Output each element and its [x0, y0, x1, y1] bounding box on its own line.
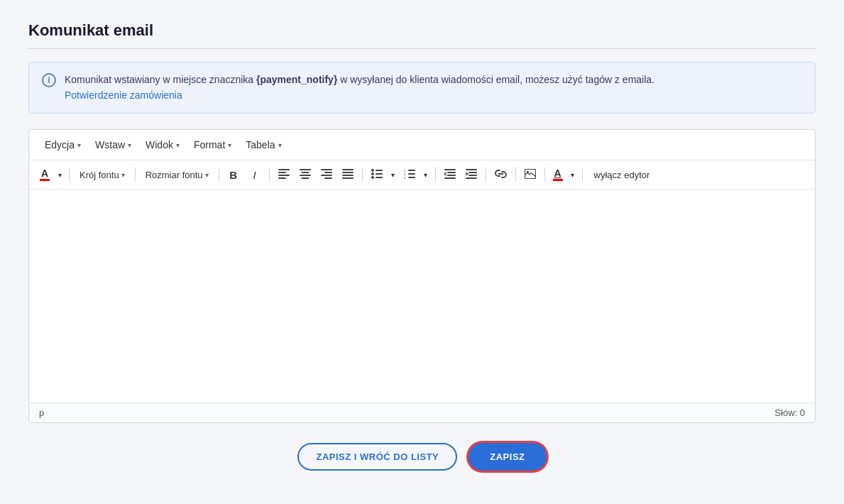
indent-button[interactable] [461, 165, 481, 185]
font-family-dropdown[interactable]: Krój fontu ▾ [74, 165, 131, 185]
ordered-list-button[interactable]: 1. 2. 3. [400, 165, 420, 185]
chevron-down-icon: ▾ [205, 171, 209, 179]
footer-buttons: ZAPISZ I WRÓĆ DO LISTY ZAPISZ [28, 443, 816, 485]
chevron-down-icon: ▾ [77, 141, 81, 149]
editor-body[interactable] [29, 190, 815, 402]
svg-rect-5 [301, 172, 309, 173]
disable-editor-button[interactable]: wyłącz edytor [587, 165, 657, 185]
separator-10 [582, 168, 583, 182]
svg-rect-21 [376, 177, 383, 178]
align-center-icon [300, 169, 311, 181]
justify-button[interactable] [338, 165, 358, 185]
link-button[interactable] [490, 165, 511, 185]
page-wrapper: Komunikat email i Komunikat wstawiany w … [0, 0, 844, 504]
font-color-dropdown[interactable]: ▾ [55, 165, 65, 185]
separator-2 [135, 168, 136, 182]
svg-rect-30 [447, 175, 456, 176]
menu-edycja[interactable]: Edycja ▾ [38, 136, 88, 154]
italic-button[interactable]: I [245, 165, 265, 185]
separator-8 [515, 168, 516, 182]
svg-rect-0 [278, 169, 290, 170]
svg-rect-31 [444, 177, 456, 179]
separator-6 [435, 168, 436, 182]
align-right-button[interactable] [317, 165, 336, 185]
menu-tabela[interactable]: Tabela ▾ [239, 136, 288, 154]
save-button[interactable]: ZAPISZ [468, 443, 546, 471]
toolbar-bar: A ▾ Krój fontu ▾ Rozmiar fontu ▾ B I [29, 160, 815, 190]
unordered-list-icon [371, 169, 383, 181]
image-icon [525, 169, 536, 181]
save-back-button[interactable]: ZAPISZ I WRÓĆ DO LISTY [297, 443, 457, 471]
ordered-list-dropdown[interactable]: ▾ [421, 165, 431, 185]
info-bold: {payment_notify} [256, 74, 337, 85]
info-text: Komunikat wstawiany w miejsce znacznika … [65, 72, 654, 103]
menu-format[interactable]: Format ▾ [187, 136, 239, 154]
font-color-letter: A [41, 168, 48, 178]
separator-1 [69, 168, 70, 182]
separator-5 [362, 168, 363, 182]
info-icon: i [42, 73, 56, 87]
svg-rect-17 [376, 170, 383, 171]
align-left-button[interactable] [274, 165, 294, 185]
svg-rect-14 [342, 175, 354, 176]
bold-button[interactable]: B [224, 165, 243, 185]
align-right-icon [321, 169, 332, 181]
editor-status-left: p [39, 407, 44, 418]
separator-4 [269, 168, 270, 182]
image-button[interactable] [520, 165, 540, 185]
svg-point-18 [371, 172, 374, 175]
text-color-letter: A [554, 168, 561, 178]
unordered-list-button[interactable] [367, 165, 387, 185]
svg-rect-19 [376, 173, 383, 175]
separator-7 [486, 168, 486, 182]
editor-status-bar: p Słów: 0 [29, 402, 815, 422]
text-color-button[interactable]: A [549, 165, 566, 185]
page-title: Komunikat email [28, 21, 816, 49]
svg-rect-33 [468, 172, 477, 173]
outdent-icon [444, 169, 456, 181]
editor-container: Edycja ▾ Wstaw ▾ Widok ▾ Format ▾ Tabela… [28, 129, 816, 423]
outdent-button[interactable] [440, 165, 460, 185]
editor-status-right: Słów: 0 [774, 407, 805, 418]
chevron-down-icon: ▾ [278, 141, 282, 149]
svg-point-16 [371, 169, 374, 172]
svg-rect-29 [447, 172, 456, 173]
text-color-bar [553, 179, 563, 181]
info-box: i Komunikat wstawiany w miejsce znacznik… [28, 62, 816, 114]
svg-rect-2 [278, 175, 290, 176]
svg-rect-23 [408, 170, 415, 171]
chevron-down-icon: ▾ [128, 141, 131, 149]
svg-rect-13 [342, 172, 354, 173]
align-center-button[interactable] [295, 165, 315, 185]
svg-rect-35 [466, 177, 477, 179]
svg-rect-6 [300, 175, 311, 176]
info-text-after: w wysyłanej do klienta wiadomości email,… [337, 74, 654, 85]
info-link[interactable]: Potwierdzenie zamówienia [65, 88, 654, 104]
svg-rect-10 [321, 175, 332, 176]
svg-rect-3 [278, 177, 286, 179]
separator-9 [544, 168, 545, 182]
svg-rect-11 [324, 177, 332, 179]
font-color-button[interactable]: A [36, 165, 53, 185]
separator-3 [219, 168, 219, 182]
unordered-list-dropdown[interactable]: ▾ [388, 165, 398, 185]
svg-rect-1 [278, 172, 286, 173]
svg-rect-8 [321, 169, 332, 170]
svg-rect-15 [342, 177, 354, 179]
svg-point-20 [371, 176, 374, 179]
font-size-dropdown[interactable]: Rozmiar fontu ▾ [140, 165, 214, 185]
menu-widok[interactable]: Widok ▾ [138, 136, 187, 154]
svg-rect-25 [408, 173, 415, 175]
font-color-bar [40, 179, 50, 181]
svg-rect-34 [468, 175, 477, 176]
ordered-list-icon: 1. 2. 3. [404, 169, 415, 181]
svg-rect-7 [301, 177, 309, 179]
menu-wstaw[interactable]: Wstaw ▾ [88, 136, 138, 154]
indent-icon [466, 169, 477, 181]
svg-rect-28 [444, 169, 456, 170]
text-color-dropdown[interactable]: ▾ [568, 165, 578, 185]
svg-rect-4 [300, 169, 311, 170]
align-left-icon [278, 169, 290, 181]
chevron-down-icon: ▾ [176, 141, 180, 149]
svg-text:3.: 3. [404, 176, 406, 179]
